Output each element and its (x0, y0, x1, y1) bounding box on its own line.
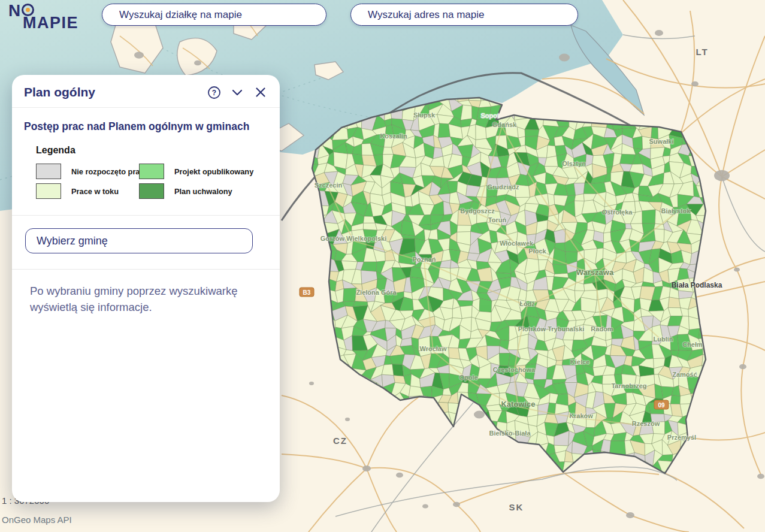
city-label: Włocławek (500, 240, 534, 247)
country-label: LT (696, 47, 708, 57)
logo-letter: N (8, 2, 21, 19)
legend-item: Nie rozpoczęto prac (36, 164, 139, 179)
city-label: Koszalin (380, 132, 407, 140)
divider (12, 269, 280, 270)
city-label: Szczecin (315, 182, 343, 189)
city-label: Poznań (412, 256, 436, 263)
svg-text:B3: B3 (303, 289, 311, 296)
city-label: Łódź (519, 300, 535, 307)
legend-label: Nie rozpoczęto prac (71, 167, 144, 176)
city-label: Biała Podlaska (672, 281, 722, 289)
city-label: Kielce (570, 358, 589, 365)
panel-info-text: Po wybraniu gminy poprzez wyszukiwarkę w… (30, 283, 256, 316)
help-icon[interactable]: ? (207, 85, 221, 99)
city-label: Toruń (488, 216, 507, 223)
city-label: Sopot (480, 112, 499, 119)
divider (12, 215, 280, 216)
city-label: Częstochowa (493, 366, 536, 373)
panel-title: Plan ogólny (24, 85, 207, 99)
city-label: Zielona Góra (356, 289, 397, 296)
city-label: Opole (459, 374, 477, 381)
city-label: Suwałki (649, 138, 674, 145)
legend-item: Prace w toku (36, 183, 139, 199)
city-label: Rzeszów (632, 420, 660, 427)
city-label: Płock (528, 247, 546, 255)
city-label: Słupsk (413, 111, 436, 119)
legend-swatch (139, 164, 164, 179)
legend-swatch (36, 164, 61, 179)
legend-swatch (139, 183, 164, 199)
city-label: Zamość (672, 371, 697, 378)
location-ring-icon (22, 4, 34, 16)
city-label: Gdańsk (492, 121, 517, 128)
legend-label: Prace w toku (71, 187, 119, 196)
city-label: Chełm (682, 341, 703, 348)
legend-swatch (36, 183, 61, 199)
road-badge: 09 (654, 400, 669, 409)
close-icon[interactable] (253, 85, 268, 99)
city-label: Przemyśl (667, 434, 696, 441)
city-label: Kraków (569, 412, 593, 419)
city-label: Lublin (654, 335, 673, 343)
legend-label: Projekt opublikowany (174, 167, 253, 176)
city-label: Grudziądz (487, 183, 519, 191)
map-attribution[interactable]: OnGeo Maps API (2, 515, 72, 525)
section-title: Postęp prac nad Planem ogólnym w gminach (24, 120, 268, 133)
search-parcel-button[interactable]: Wyszukaj działkę na mapie (102, 4, 326, 26)
legend-item: Projekt opublikowany (139, 164, 268, 179)
city-label: Bielsko-Biała (489, 430, 531, 437)
chevron-down-icon[interactable] (230, 85, 244, 99)
select-gmina-button[interactable]: Wybierz gminę (25, 228, 253, 253)
city-label: Olsztyn (562, 160, 586, 167)
city-label: Radom (591, 325, 613, 332)
country-label: SK (509, 502, 524, 512)
legend-label: Plan uchwalony (174, 187, 232, 196)
city-label: Ostrołęka (602, 208, 633, 216)
svg-text:09: 09 (658, 402, 665, 409)
plan-ogolny-panel: Plan ogólny ? Postęp prac nad Planem ogó… (12, 75, 280, 502)
panel-header: Plan ogólny ? (12, 75, 280, 108)
city-label: Bydgoszcz (460, 207, 495, 214)
city-label: Piotrków Trybunalski (518, 325, 585, 332)
city-label: Tarnobrzeg (611, 382, 646, 389)
search-address-button[interactable]: Wyszukaj adres na mapie (350, 4, 578, 26)
road-badge: B3 (300, 288, 314, 297)
legend-item: Plan uchwalony (139, 183, 268, 199)
country-label: CZ (333, 436, 347, 446)
city-label: Wrocław (419, 345, 446, 352)
logo-word: MAPIE (23, 15, 78, 31)
city-label: Warszawa (576, 268, 614, 277)
city-label: Gorzów Wielkopolski (320, 235, 387, 242)
legend: Legenda Nie rozpoczęto pracProjekt opubl… (36, 145, 268, 199)
legend-title: Legenda (36, 145, 268, 156)
app-logo[interactable]: N MAPIE (8, 2, 78, 31)
location-dot-icon (26, 8, 30, 12)
city-label: Białystok (661, 207, 691, 214)
city-label: Katowice (501, 400, 535, 409)
svg-text:?: ? (211, 88, 216, 96)
